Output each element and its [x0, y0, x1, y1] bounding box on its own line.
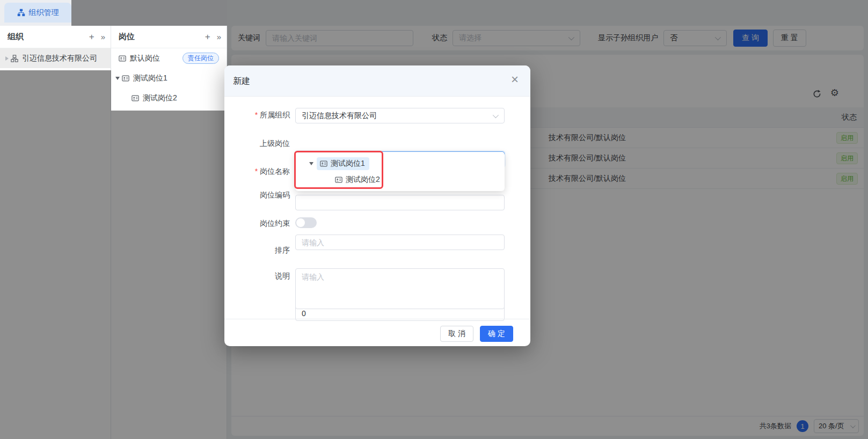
org-tree-label: 引迈信息技术有限公司 [22, 54, 97, 63]
position-name-input[interactable] [296, 195, 504, 210]
dialog-header: 新建 × [224, 65, 530, 97]
add-position-icon[interactable]: + [205, 32, 210, 41]
footer-divider [224, 319, 530, 319]
parent-field-label: 上级岗位 [230, 139, 290, 149]
duty-position-badge: 责任岗位 [183, 53, 219, 64]
dim-overlay [0, 70, 111, 439]
constraint-toggle-wrap [295, 217, 505, 230]
position-tree-item-test1[interactable]: 测试岗位1 [111, 68, 227, 88]
organization-icon [11, 55, 18, 62]
position-tree-label: 默认岗位 [130, 54, 160, 63]
collapse-panel-icon[interactable]: » [217, 33, 220, 41]
position-tree-label: 测试岗位1 [133, 74, 167, 83]
dim-overlay [71, 0, 227, 26]
caret-down-icon[interactable] [115, 77, 120, 80]
position-tree-item-test2[interactable]: 测试岗位2 [111, 88, 227, 108]
cancel-button[interactable]: 取 消 [440, 326, 473, 342]
org-field-label: 所属组织 [230, 111, 290, 120]
position-code-input[interactable] [296, 235, 504, 250]
desc-field-label: 说明 [230, 272, 290, 281]
annotation-highlight-box [294, 151, 383, 189]
organization-panel-header: 组织 + » [0, 26, 111, 48]
position-icon [132, 94, 139, 102]
desc-textarea-wrap [295, 268, 505, 311]
position-panel-title: 岗位 [119, 32, 135, 42]
org-select-value: 引迈信息技术有限公司 [296, 111, 383, 121]
create-position-dialog: 新建 × 所属组织 引迈信息技术有限公司 上级岗位 × 岗位名称 岗位编码 岗位… [224, 65, 530, 346]
confirm-button[interactable]: 确 定 [480, 326, 513, 342]
position-tree-item-default[interactable]: 默认岗位 责任岗位 [111, 48, 227, 68]
position-icon [122, 75, 129, 82]
tab-org-management[interactable]: 组织管理 [4, 3, 71, 23]
constraint-toggle[interactable] [295, 217, 317, 228]
constraint-field-label: 岗位约束 [230, 219, 290, 229]
org-select[interactable]: 引迈信息技术有限公司 [295, 108, 505, 123]
org-chart-icon [17, 9, 25, 17]
dim-overlay [111, 111, 227, 439]
add-organization-icon[interactable]: + [89, 32, 94, 41]
caret-right-icon[interactable] [5, 56, 9, 61]
position-name-input-wrap [295, 195, 505, 210]
position-tree-label: 测试岗位2 [143, 93, 177, 103]
organization-panel-title: 组织 [8, 32, 24, 42]
sort-field-label: 排序 [230, 246, 290, 255]
tab-label: 组织管理 [29, 8, 59, 18]
position-code-input-wrap [295, 235, 505, 250]
app-window: 组织管理 组织 + » 引迈信息技术有限公司 岗位 + [0, 0, 868, 439]
code-field-label: 岗位编码 [230, 191, 290, 200]
position-panel-header: 岗位 + » [111, 26, 227, 48]
desc-textarea[interactable] [295, 268, 505, 309]
dialog-title: 新建 [233, 76, 250, 87]
position-icon [119, 55, 126, 62]
chevron-down-icon [493, 112, 499, 118]
org-tree-item-company[interactable]: 引迈信息技术有限公司 [0, 48, 111, 68]
close-icon[interactable]: × [511, 73, 519, 86]
collapse-panel-icon[interactable]: » [101, 33, 104, 41]
name-field-label: 岗位名称 [230, 167, 290, 177]
